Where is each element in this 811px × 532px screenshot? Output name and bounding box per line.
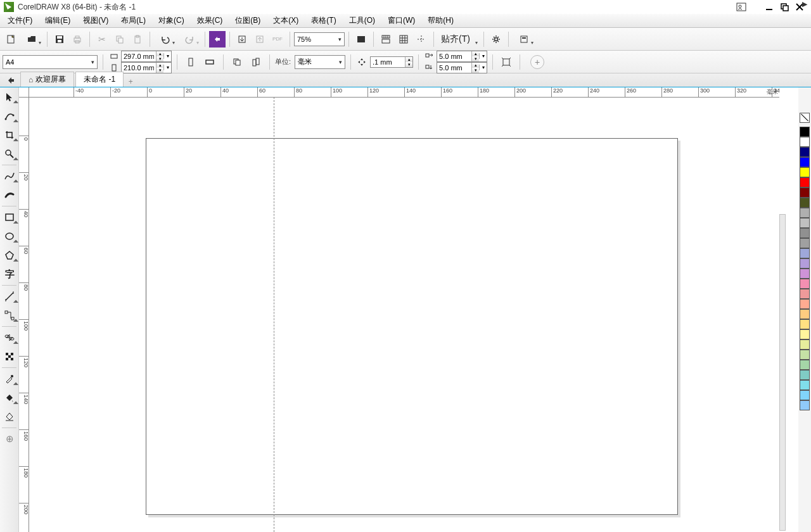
color-swatch[interactable] xyxy=(800,127,810,137)
color-swatch[interactable] xyxy=(800,360,810,370)
rectangle-tool[interactable] xyxy=(0,208,19,227)
unit-dropdown[interactable]: 毫米 xyxy=(295,55,345,69)
text-tool[interactable]: 字 xyxy=(0,265,19,284)
nudge-distance-input[interactable]: ▴▾ xyxy=(370,56,413,68)
duplicate-x-input[interactable]: ▴▾▾ xyxy=(437,51,487,62)
copy-button[interactable] xyxy=(112,31,128,48)
freehand-tool[interactable] xyxy=(0,167,19,186)
color-swatch[interactable] xyxy=(800,208,810,218)
menu-view[interactable]: 视图(V) xyxy=(77,14,115,27)
color-swatch[interactable] xyxy=(800,319,810,329)
page-width-input[interactable]: ▴▾▾ xyxy=(121,51,172,62)
all-pages-button[interactable] xyxy=(229,54,245,70)
eyedropper-tool[interactable] xyxy=(0,369,19,388)
menu-help[interactable]: 帮助(H) xyxy=(421,14,460,27)
ruler-horizontal[interactable]: 毫米 -40-200204060801001201401601802002202… xyxy=(29,87,779,98)
drop-shadow-tool[interactable] xyxy=(0,328,19,347)
toolbox-add-button[interactable]: ⊕ xyxy=(0,429,19,448)
menu-edit[interactable]: 编辑(E) xyxy=(39,14,77,27)
paste-button[interactable] xyxy=(129,31,146,48)
redo-button[interactable] xyxy=(178,31,201,48)
tab-add-button[interactable]: + xyxy=(125,77,136,87)
color-swatch[interactable] xyxy=(800,198,810,208)
artistic-media-tool[interactable] xyxy=(0,186,19,205)
publish-pdf-button[interactable]: PDF xyxy=(269,31,286,48)
menu-file[interactable]: 文件(F) xyxy=(1,14,39,27)
menu-window[interactable]: 窗口(W) xyxy=(381,14,421,27)
guideline-vertical[interactable] xyxy=(274,87,274,532)
color-swatch[interactable] xyxy=(800,218,810,228)
no-color-swatch[interactable] xyxy=(800,113,810,123)
open-button[interactable] xyxy=(20,31,43,48)
crop-tool[interactable] xyxy=(0,125,19,144)
app-launcher-button[interactable] xyxy=(513,31,535,48)
pick-tool[interactable] xyxy=(0,87,19,106)
color-swatch[interactable] xyxy=(800,380,810,390)
color-swatch[interactable] xyxy=(800,299,810,309)
ellipse-tool[interactable] xyxy=(0,227,19,246)
color-swatch[interactable] xyxy=(800,269,810,279)
docker-drag-handle[interactable] xyxy=(779,214,786,531)
fullscreen-preview-button[interactable] xyxy=(353,31,369,48)
new-button[interactable] xyxy=(3,31,19,48)
zoom-dropdown[interactable]: 75% xyxy=(294,32,345,46)
color-swatch[interactable] xyxy=(800,248,810,258)
color-swatch[interactable] xyxy=(800,339,810,350)
show-grid-button[interactable] xyxy=(395,31,412,48)
landscape-button[interactable] xyxy=(201,54,218,70)
tab-document-1[interactable]: 未命名 -1 xyxy=(75,72,124,87)
minimize-button[interactable] xyxy=(762,1,777,13)
color-swatch[interactable] xyxy=(800,147,810,157)
export-button[interactable] xyxy=(252,31,268,48)
color-swatch[interactable] xyxy=(800,187,810,198)
ruler-origin[interactable] xyxy=(19,87,29,98)
color-swatch[interactable] xyxy=(800,309,810,319)
import-button[interactable] xyxy=(234,31,250,48)
color-swatch[interactable] xyxy=(800,238,810,248)
color-swatch[interactable] xyxy=(800,228,810,238)
color-swatch[interactable] xyxy=(800,177,810,187)
color-swatch[interactable] xyxy=(800,289,810,299)
menu-tools[interactable]: 工具(O) xyxy=(343,14,381,27)
menu-table[interactable]: 表格(T) xyxy=(305,14,342,27)
tab-nav-arrow-icon[interactable] xyxy=(4,74,18,87)
print-button[interactable] xyxy=(69,31,86,48)
ruler-vertical[interactable]: 020406080100120140160180200220 xyxy=(19,98,29,532)
search-content-button[interactable] xyxy=(209,31,226,48)
menu-layout[interactable]: 布局(L) xyxy=(115,14,152,27)
color-swatch[interactable] xyxy=(800,167,810,177)
maximize-button[interactable] xyxy=(777,1,792,13)
show-rulers-button[interactable] xyxy=(378,31,394,48)
page-height-input[interactable]: ▴▾▾ xyxy=(121,62,172,73)
page-size-dropdown[interactable]: A4 xyxy=(3,55,98,69)
cut-button[interactable]: ✂ xyxy=(94,31,110,48)
color-swatch[interactable] xyxy=(800,157,810,167)
current-page-button[interactable] xyxy=(248,54,264,70)
zoom-tool[interactable] xyxy=(0,144,19,163)
interactive-fill-tool[interactable] xyxy=(0,388,19,407)
canvas-area[interactable]: 毫米 -40-200204060801001201401601802002202… xyxy=(19,87,798,532)
menu-object[interactable]: 对象(C) xyxy=(152,14,191,27)
shape-tool[interactable] xyxy=(0,106,19,125)
menu-bitmap[interactable]: 位图(B) xyxy=(229,14,267,27)
tab-scroll-right-icon[interactable]: ▶ xyxy=(802,0,807,8)
color-swatch[interactable] xyxy=(800,279,810,289)
smart-fill-tool[interactable] xyxy=(0,407,19,426)
save-button[interactable] xyxy=(51,31,68,48)
snap-to-button[interactable]: 贴齐(T) xyxy=(438,31,480,48)
duplicate-y-input[interactable]: ▴▾▾ xyxy=(437,62,487,73)
undo-button[interactable] xyxy=(154,31,177,48)
color-swatch[interactable] xyxy=(800,258,810,269)
menu-text[interactable]: 文本(X) xyxy=(267,14,305,27)
transparency-tool[interactable] xyxy=(0,347,19,366)
color-swatch[interactable] xyxy=(800,390,810,400)
color-swatch[interactable] xyxy=(800,370,810,380)
menu-effects[interactable]: 效果(C) xyxy=(191,14,229,27)
color-swatch[interactable] xyxy=(800,329,810,339)
options-button[interactable] xyxy=(488,31,504,48)
tab-welcome[interactable]: ⌂ 欢迎屏幕 xyxy=(20,72,74,87)
color-swatch[interactable] xyxy=(800,400,810,410)
add-property-button[interactable]: + xyxy=(530,55,544,69)
show-guidelines-button[interactable] xyxy=(413,31,430,48)
color-swatch[interactable] xyxy=(800,350,810,360)
